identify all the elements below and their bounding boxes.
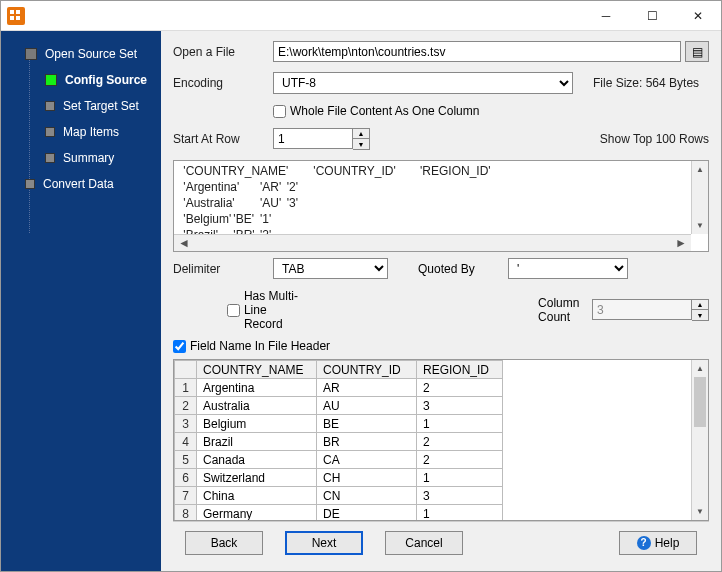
quoted-select[interactable]: ' [508,258,628,279]
help-icon: ? [637,536,651,550]
colcount-spinner: ▲▼ [592,299,709,321]
spin-down-icon: ▼ [692,310,708,320]
folder-icon: ▤ [692,45,703,59]
sidebar-item-open-source-set[interactable]: Open Source Set [1,41,161,67]
field-header-checkbox[interactable] [173,340,186,353]
colcount-label: Column Count [538,296,592,324]
sidebar-item-label: Convert Data [43,177,114,191]
grid-scrollbar[interactable]: ▲▼ [691,360,708,520]
table-row[interactable]: 1ArgentinaAR2 [175,379,503,397]
sidebar-item-set-target-set[interactable]: Set Target Set [1,93,161,119]
start-row-label: Start At Row [173,132,273,146]
table-row[interactable]: 6SwitzerlandCH1 [175,469,503,487]
raw-preview: 'COUNTRY_NAME' 'COUNTRY_ID' 'REGION_ID' … [173,160,709,252]
raw-preview-content: 'COUNTRY_NAME' 'COUNTRY_ID' 'REGION_ID' … [174,161,708,236]
data-grid[interactable]: COUNTRY_NAMECOUNTRY_IDREGION_ID1Argentin… [173,359,709,521]
table-row[interactable]: 3BelgiumBE1 [175,415,503,433]
table-row[interactable]: 2AustraliaAU3 [175,397,503,415]
cancel-button[interactable]: Cancel [385,531,463,555]
table-row[interactable]: 7ChinaCN3 [175,487,503,505]
sidebar-item-label: Summary [63,151,114,165]
delimiter-select[interactable]: TAB [273,258,388,279]
sidebar-item-convert-data[interactable]: Convert Data [1,171,161,197]
quoted-label: Quoted By [418,262,508,276]
file-path-input[interactable] [273,41,681,62]
sidebar-item-label: Config Source [65,73,147,87]
colcount-input [592,299,692,320]
maximize-button[interactable]: ☐ [629,1,675,31]
multiline-checkbox[interactable] [227,304,240,317]
spin-down-icon[interactable]: ▼ [353,139,369,149]
next-button[interactable]: Next [285,531,363,555]
spin-up-icon[interactable]: ▲ [353,129,369,139]
start-row-spinner[interactable]: ▲▼ [273,128,370,150]
back-button[interactable]: Back [185,531,263,555]
encoding-select[interactable]: UTF-8 [273,72,573,94]
titlebar: ─ ☐ ✕ [1,1,721,31]
sidebar-item-summary[interactable]: Summary [1,145,161,171]
sidebar-item-map-items[interactable]: Map Items [1,119,161,145]
whole-file-checkbox[interactable] [273,105,286,118]
browse-button[interactable]: ▤ [685,41,709,62]
encoding-label: Encoding [173,76,273,90]
delimiter-label: Delimiter [173,262,273,276]
show-top-label: Show Top 100 Rows [600,132,709,146]
preview-scrollbar[interactable]: ▲▼ [691,161,708,234]
table-row[interactable]: 8GermanyDE1 [175,505,503,521]
sidebar-item-label: Set Target Set [63,99,139,113]
app-icon [7,7,25,25]
preview-hscrollbar[interactable]: ◄► [174,234,691,251]
filesize-label: File Size: 564 Bytes [593,76,699,90]
field-header-label: Field Name In File Header [190,339,330,353]
table-row[interactable]: 4BrazilBR2 [175,433,503,451]
minimize-button[interactable]: ─ [583,1,629,31]
sidebar-item-config-source[interactable]: Config Source [1,67,161,93]
spin-up-icon: ▲ [692,300,708,310]
grid-header[interactable]: COUNTRY_ID [317,361,417,379]
sidebar-item-label: Open Source Set [45,47,137,61]
open-file-label: Open a File [173,45,273,59]
whole-file-label: Whole File Content As One Column [290,104,479,118]
close-button[interactable]: ✕ [675,1,721,31]
grid-header[interactable]: REGION_ID [417,361,503,379]
help-button[interactable]: ?Help [619,531,697,555]
table-row[interactable]: 5CanadaCA2 [175,451,503,469]
grid-header[interactable]: COUNTRY_NAME [197,361,317,379]
start-row-input[interactable] [273,128,353,149]
multiline-label: Has Multi-Line Record [244,289,300,331]
wizard-sidebar: Open Source Set Config Source Set Target… [1,31,161,571]
sidebar-item-label: Map Items [63,125,119,139]
